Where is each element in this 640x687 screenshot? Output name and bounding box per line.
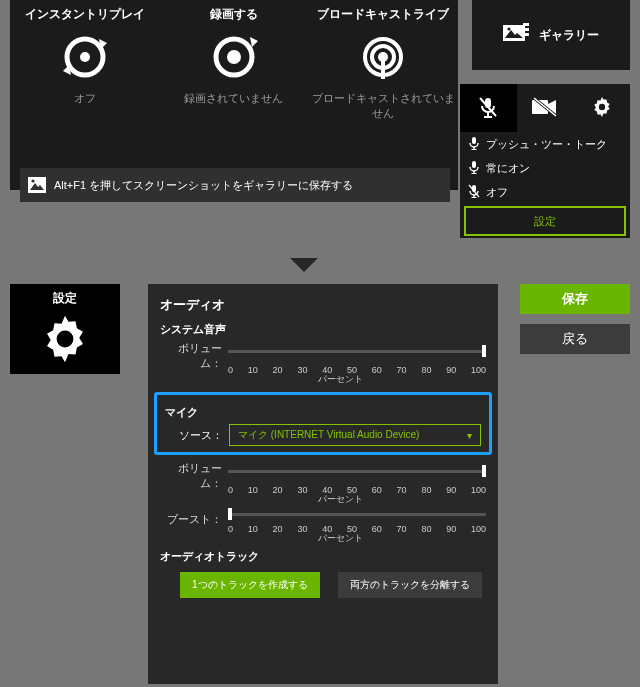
audio-header: オーディオ [160, 296, 486, 314]
chevron-down-icon: ▾ [467, 430, 472, 441]
save-button-label: 保存 [562, 290, 588, 308]
mic-option-off[interactable]: オフ [460, 180, 630, 204]
mic-tab[interactable] [460, 84, 517, 132]
mic-icon [468, 160, 480, 176]
svg-rect-19 [523, 33, 529, 36]
svg-rect-21 [487, 112, 489, 116]
single-track-button[interactable]: 1つのトラックを作成する [180, 572, 320, 598]
mic-highlight-box: マイク ソース： マイク (INTERNET Virtual Audio Dev… [154, 392, 492, 455]
svg-rect-22 [484, 116, 492, 118]
source-label: ソース： [165, 428, 229, 443]
svg-marker-6 [250, 37, 258, 47]
system-audio-header: システム音声 [160, 322, 486, 337]
instant-replay-status: オフ [74, 91, 96, 106]
mic-icon [468, 136, 480, 152]
record-title: 録画する [210, 6, 258, 23]
picture-icon [28, 177, 46, 193]
record-tile[interactable]: 録画する 録画されていません [159, 4, 308, 122]
mic-option-always-on[interactable]: 常にオン [460, 156, 630, 180]
tracks-header: オーディオトラック [160, 549, 486, 564]
percent-label: パーセント [160, 493, 486, 506]
screenshot-hint-text: Alt+F1 を押してスクリーンショットをギャラリーに保存する [54, 178, 353, 193]
mic-menu-panel: プッシュ・ツー・トーク 常にオン オフ 設定 [460, 84, 630, 238]
svg-rect-38 [472, 197, 477, 198]
broadcast-status: ブロードキャストされていません [309, 91, 458, 122]
svg-rect-14 [503, 25, 525, 41]
svg-rect-32 [472, 149, 477, 150]
gallery-icon [503, 23, 529, 48]
mic-option-label: 常にオン [486, 161, 530, 176]
svg-rect-33 [472, 161, 476, 168]
svg-rect-35 [472, 173, 477, 174]
record-icon [206, 29, 262, 85]
svg-point-13 [31, 179, 34, 182]
mic-source-value: マイク (INTERNET Virtual Audio Device) [238, 428, 419, 442]
svg-point-1 [80, 52, 90, 62]
settings-sidebar-tile[interactable]: 設定 [10, 284, 120, 374]
system-volume-slider[interactable] [228, 345, 486, 367]
svg-point-29 [598, 103, 604, 109]
split-tracks-button[interactable]: 両方のトラックを分離する [338, 572, 482, 598]
save-button[interactable]: 保存 [520, 284, 630, 314]
mic-option-label: プッシュ・ツー・トーク [486, 137, 607, 152]
overlay-main-panel: インスタントリプレイ オフ 録画する 録画されていません ブロードキャストライブ [10, 0, 458, 190]
mic-option-settings[interactable]: 設定 [464, 206, 626, 236]
mic-header: マイク [165, 405, 481, 420]
volume-label: ボリューム： [160, 341, 228, 371]
svg-rect-37 [473, 195, 474, 197]
gear-icon [590, 95, 614, 122]
arrow-down-icon [290, 258, 318, 272]
settings-tab[interactable] [573, 84, 630, 132]
instant-replay-tile[interactable]: インスタントリプレイ オフ [10, 4, 159, 122]
mic-source-select[interactable]: マイク (INTERNET Virtual Audio Device) ▾ [229, 424, 481, 446]
boost-slider[interactable] [228, 508, 486, 530]
broadcast-title: ブロードキャストライブ [317, 6, 449, 23]
svg-point-16 [507, 27, 510, 30]
settings-sidebar-label: 設定 [53, 290, 77, 307]
svg-rect-10 [381, 57, 385, 79]
instant-replay-title: インスタントリプレイ [25, 6, 145, 23]
split-tracks-label: 両方のトラックを分離する [350, 579, 470, 590]
mic-option-label: オフ [486, 185, 508, 200]
boost-label: ブースト： [160, 512, 228, 527]
camera-tab[interactable] [517, 84, 574, 132]
broadcast-icon [355, 29, 411, 85]
svg-rect-17 [523, 23, 529, 26]
svg-point-5 [227, 50, 241, 64]
record-status: 録画されていません [184, 91, 283, 106]
back-button[interactable]: 戻る [520, 324, 630, 354]
mic-option-label: 設定 [472, 214, 618, 229]
svg-rect-31 [473, 147, 474, 149]
percent-label: パーセント [160, 532, 486, 545]
percent-label: パーセント [160, 373, 486, 386]
svg-point-40 [57, 331, 74, 348]
gear-icon [37, 311, 93, 367]
camera-off-icon [532, 97, 558, 120]
mic-option-ptt[interactable]: プッシュ・ツー・トーク [460, 132, 630, 156]
screenshot-hint-bar[interactable]: Alt+F1 を押してスクリーンショットをギャラリーに保存する [20, 168, 450, 202]
volume-label: ボリューム： [160, 461, 228, 491]
audio-settings-panel: オーディオ システム音声 ボリューム： 01020304050607080901… [148, 284, 498, 684]
mic-muted-icon [476, 95, 500, 122]
instant-replay-icon [57, 29, 113, 85]
mic-volume-slider[interactable] [228, 465, 486, 487]
single-track-label: 1つのトラックを作成する [192, 579, 308, 590]
mic-muted-icon [468, 184, 480, 200]
svg-rect-18 [523, 28, 529, 31]
gallery-label: ギャラリー [539, 27, 599, 44]
back-button-label: 戻る [562, 330, 588, 348]
broadcast-tile[interactable]: ブロードキャストライブ ブロードキャストされていません [309, 4, 458, 122]
svg-rect-11 [28, 177, 46, 193]
svg-rect-30 [472, 137, 476, 144]
svg-rect-34 [473, 171, 474, 173]
gallery-button[interactable]: ギャラリー [472, 0, 630, 70]
